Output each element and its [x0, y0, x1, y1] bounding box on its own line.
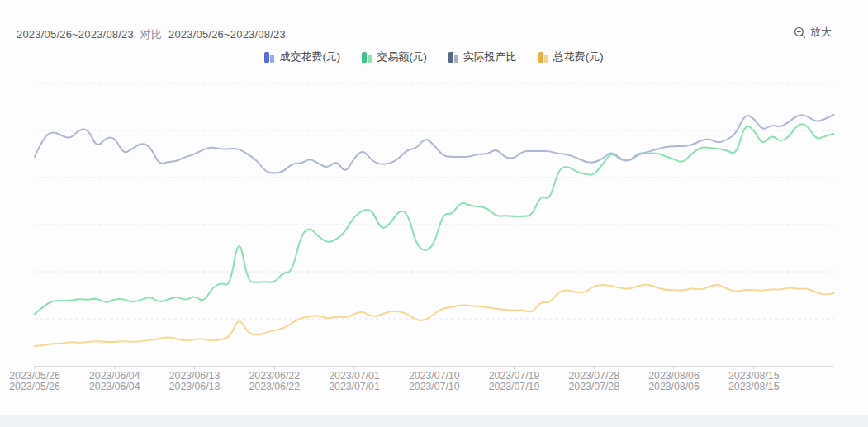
x-axis-label: 2023/06/04	[89, 370, 140, 382]
x-axis-label-compare: 2023/08/06	[648, 381, 700, 392]
x-axis-label-compare: 2023/07/01	[329, 381, 380, 392]
x-axis-label-compare: 2023/07/19	[489, 381, 540, 392]
x-axis-label: 2023/07/10	[409, 370, 460, 382]
bottom-strip	[0, 415, 868, 427]
x-axis-label: 2023/07/19	[489, 370, 540, 382]
series-line-roi	[35, 115, 834, 173]
x-axis-label: 2023/08/06	[648, 370, 700, 382]
x-axis-label: 2023/07/28	[568, 370, 619, 382]
x-axis-label-compare: 2023/06/22	[249, 381, 300, 392]
chart-panel: 2023/05/26~2023/08/23 对比 2023/05/26~2023…	[0, 0, 868, 415]
x-axis-label-compare: 2023/07/10	[409, 381, 460, 392]
x-axis-label: 2023/07/01	[329, 370, 380, 382]
x-axis-label-compare: 2023/07/28	[568, 381, 619, 392]
x-axis-label-compare: 2023/05/26	[9, 381, 60, 392]
x-axis-label: 2023/05/26	[9, 370, 60, 382]
x-axis-label: 2023/08/15	[728, 370, 780, 382]
series-line-total_cost	[35, 285, 834, 346]
chart-canvas[interactable]: 2023/05/262023/05/262023/06/042023/06/04…	[0, 0, 868, 415]
x-axis-label-compare: 2023/06/13	[169, 381, 221, 392]
x-axis-label: 2023/06/13	[169, 370, 221, 382]
x-axis-label-compare: 2023/08/15	[728, 381, 780, 392]
x-axis-label: 2023/06/22	[249, 370, 300, 382]
x-axis-label-compare: 2023/06/04	[89, 381, 140, 392]
